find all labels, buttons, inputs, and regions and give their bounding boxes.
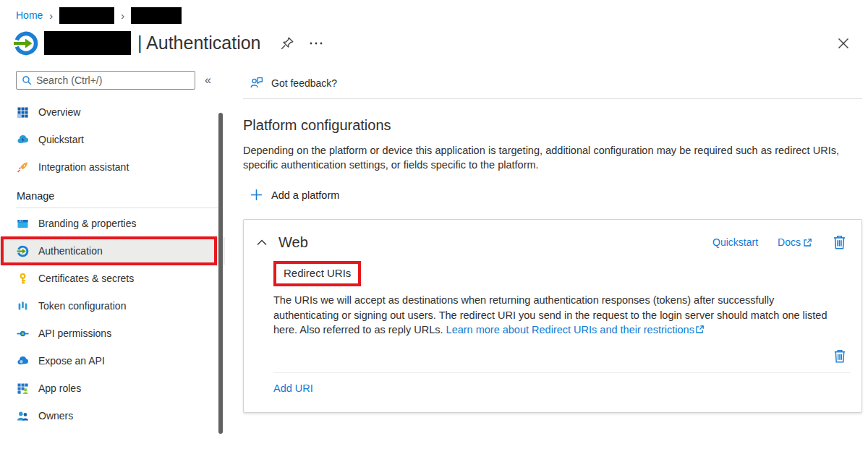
sidebar-item-label: Owners xyxy=(38,410,73,422)
sidebar: « Overview xyxy=(0,65,225,443)
sidebar-item-app-roles[interactable]: App roles xyxy=(0,375,225,402)
add-platform-label: Add a platform xyxy=(271,189,339,201)
collapse-sidebar-icon[interactable]: « xyxy=(205,74,211,87)
sidebar-nav: Overview Quickstart xyxy=(0,98,225,429)
plus-icon xyxy=(250,189,263,201)
feedback-icon xyxy=(250,77,263,89)
integration-assistant-icon xyxy=(17,161,29,174)
close-icon[interactable] xyxy=(836,36,851,51)
sidebar-item-overview[interactable]: Overview xyxy=(0,98,225,126)
sidebar-item-integration-assistant[interactable]: Integration assistant xyxy=(0,153,225,181)
redirect-uris-description: The URIs we will accept as destinations … xyxy=(273,293,840,338)
add-platform-button[interactable]: Add a platform xyxy=(243,189,339,201)
uri-list-divider xyxy=(273,372,850,373)
quickstart-link[interactable]: Quickstart xyxy=(712,236,758,248)
branding-icon xyxy=(17,218,29,230)
main-content: Got feedback? Platform configurations De… xyxy=(243,65,862,443)
add-uri-link[interactable]: Add URI xyxy=(273,382,313,394)
certificates-icon xyxy=(17,273,29,285)
page-title: | Authentication xyxy=(137,33,261,54)
sidebar-item-owners[interactable]: Owners xyxy=(0,402,225,429)
sidebar-item-label: App roles xyxy=(38,382,81,394)
learn-more-link[interactable]: Learn more about Redirect URIs and their… xyxy=(446,324,694,335)
sidebar-item-label: Overview xyxy=(38,106,80,118)
overview-icon xyxy=(17,106,29,119)
delete-platform-trash-icon[interactable] xyxy=(830,233,848,252)
breadcrumb-home-link[interactable]: Home xyxy=(16,9,43,21)
sidebar-item-label: Quickstart xyxy=(38,134,84,145)
redacted-app-name xyxy=(44,31,131,55)
app-roles-icon xyxy=(17,382,29,395)
highlight-box-redirect-uris: Redirect URIs xyxy=(273,261,361,286)
redirect-uri-row xyxy=(255,346,848,367)
authentication-icon xyxy=(17,245,29,257)
breadcrumb: Home › › xyxy=(0,0,868,23)
search-box xyxy=(16,71,195,90)
pin-icon[interactable] xyxy=(278,35,296,52)
external-link-icon xyxy=(695,325,705,334)
sidebar-item-label: Integration assistant xyxy=(38,161,129,173)
docs-link-label: Docs xyxy=(778,236,801,248)
quickstart-icon xyxy=(17,134,29,146)
sidebar-item-authentication[interactable]: Authentication xyxy=(0,237,225,265)
sidebar-item-token-configuration[interactable]: Token configuration xyxy=(0,292,225,320)
sidebar-item-label: Token configuration xyxy=(38,300,126,312)
delete-uri-trash-icon[interactable] xyxy=(831,347,848,365)
got-feedback-label: Got feedback? xyxy=(271,77,337,89)
title-bar: | Authentication xyxy=(0,23,868,56)
redacted-breadcrumb-item xyxy=(59,7,114,24)
sidebar-item-label: API permissions xyxy=(38,328,111,339)
docs-link[interactable]: Docs xyxy=(778,236,812,248)
sidebar-item-expose-an-api[interactable]: Expose an API xyxy=(0,347,225,375)
sidebar-item-label: Certificates & secrets xyxy=(38,273,134,284)
sidebar-divider xyxy=(16,208,218,208)
chevron-up-icon[interactable] xyxy=(255,238,268,247)
ellipsis-icon[interactable] xyxy=(307,39,325,48)
owners-icon xyxy=(17,410,29,422)
sidebar-item-branding-properties[interactable]: Branding & properties xyxy=(0,210,225,237)
web-platform-card: Web Quickstart Docs xyxy=(243,219,862,413)
commandbar-divider xyxy=(243,98,862,99)
breadcrumb-separator: › xyxy=(49,9,53,22)
sidebar-item-certificates-secrets[interactable]: Certificates & secrets xyxy=(0,265,225,292)
app-registration-icon xyxy=(13,30,39,56)
highlight-box-authentication xyxy=(1,236,217,265)
web-card-title: Web xyxy=(278,234,308,251)
platform-configurations-heading: Platform configurations xyxy=(243,117,862,134)
expose-api-icon xyxy=(17,355,29,367)
search-input[interactable] xyxy=(36,74,190,86)
sidebar-item-label: Branding & properties xyxy=(38,218,136,229)
search-icon xyxy=(22,75,32,85)
external-link-icon xyxy=(803,238,812,247)
redirect-uris-title: Redirect URIs xyxy=(284,267,351,279)
manage-section-label: Manage xyxy=(17,190,225,202)
platform-configurations-description: Depending on the platform or device this… xyxy=(243,143,839,172)
token-configuration-icon xyxy=(17,300,29,312)
redacted-breadcrumb-item xyxy=(131,7,182,24)
sidebar-item-label: Expose an API xyxy=(38,355,105,367)
got-feedback-button[interactable]: Got feedback? xyxy=(243,65,337,98)
sidebar-item-quickstart[interactable]: Quickstart xyxy=(0,126,225,153)
api-permissions-icon xyxy=(17,328,29,340)
sidebar-item-api-permissions[interactable]: API permissions xyxy=(0,320,225,347)
sidebar-item-label: Authentication xyxy=(38,245,103,257)
sidebar-scrollbar[interactable] xyxy=(218,113,223,434)
breadcrumb-separator: › xyxy=(121,9,124,22)
